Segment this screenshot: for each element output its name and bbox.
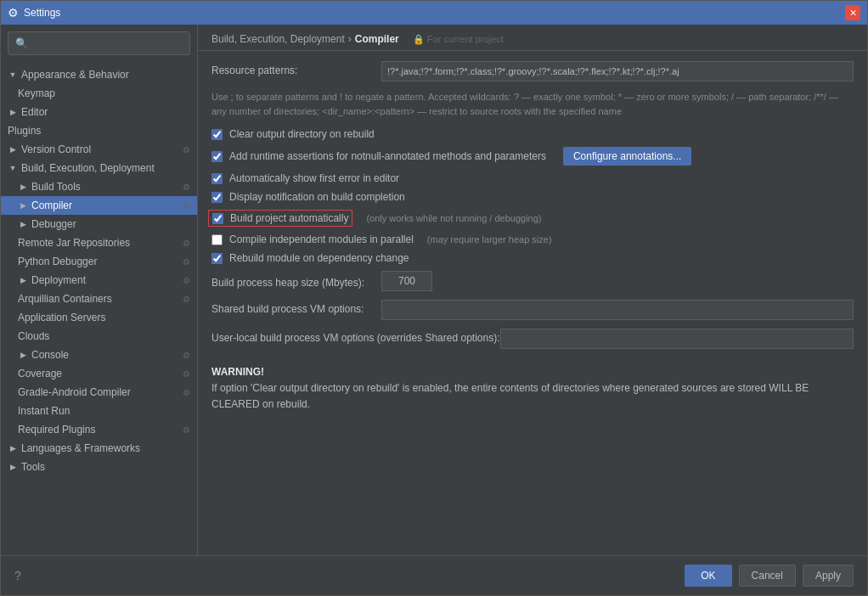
footer: ? OK Cancel Apply xyxy=(1,555,867,595)
expand-arrow: ▶ xyxy=(8,107,18,117)
sidebar-item-clouds[interactable]: Clouds xyxy=(1,327,197,346)
sidebar-item-keymap[interactable]: Keymap xyxy=(1,84,197,103)
sidebar-item-tools[interactable]: ▶ Tools xyxy=(1,458,197,476)
resource-patterns-input[interactable] xyxy=(381,61,854,82)
search-input[interactable] xyxy=(33,37,183,49)
ok-button[interactable]: OK xyxy=(685,565,731,587)
window-icon: ⚙ xyxy=(8,6,19,20)
build-notification-row: Display notification on build completion xyxy=(211,191,854,203)
expand-arrow: ▶ xyxy=(8,144,18,155)
sidebar-item-label: Required Plugins xyxy=(18,424,95,436)
clear-output-checkbox[interactable] xyxy=(211,129,223,140)
expand-arrow: ▶ xyxy=(8,462,18,472)
build-auto-highlight: Build project automatically xyxy=(208,210,352,227)
settings-icon: ⚙ xyxy=(183,276,190,285)
search-box[interactable]: 🔍 xyxy=(8,31,190,55)
sidebar-item-instant-run[interactable]: Instant Run xyxy=(1,402,197,420)
breadcrumb-path: Build, Execution, Deployment xyxy=(211,33,345,45)
sidebar-item-label: Keymap xyxy=(18,87,55,99)
sidebar-item-remote-jar[interactable]: Remote Jar Repositories ⚙ xyxy=(1,233,197,252)
sidebar-item-label: Editor xyxy=(21,106,48,118)
compile-parallel-extra: (may require larger heap size) xyxy=(427,234,552,245)
build-auto-checkbox[interactable] xyxy=(212,213,223,224)
heap-size-input[interactable] xyxy=(381,271,432,291)
user-vm-label: User-local build process VM options (ove… xyxy=(211,329,500,344)
sidebar-item-coverage[interactable]: Coverage ⚙ xyxy=(1,364,197,383)
build-auto-row: Build project automatically (only works … xyxy=(211,210,854,227)
expand-arrow: ▼ xyxy=(8,163,18,173)
sidebar-item-label: Build, Execution, Deployment xyxy=(21,162,155,174)
runtime-assertions-row: Add runtime assertions for notnull-annot… xyxy=(211,147,854,166)
resource-patterns-hint: Use ; to separate patterns and ! to nega… xyxy=(211,90,854,118)
settings-body: Resource patterns: Use ; to separate pat… xyxy=(198,51,867,555)
expand-arrow: ▶ xyxy=(8,443,18,453)
settings-icon: ⚙ xyxy=(183,257,190,267)
sidebar-item-label: Instant Run xyxy=(18,405,70,417)
sidebar-item-app-servers[interactable]: Application Servers xyxy=(1,308,197,327)
sidebar-item-debugger[interactable]: ▶ Debugger xyxy=(1,215,197,233)
sidebar-item-python-debugger[interactable]: Python Debugger ⚙ xyxy=(1,252,197,271)
runtime-assertions-label: Add runtime assertions for notnull-annot… xyxy=(229,150,546,162)
sidebar-item-required-plugins[interactable]: Required Plugins ⚙ xyxy=(1,420,197,439)
settings-icon: ⚙ xyxy=(183,201,190,211)
sidebar-item-plugins[interactable]: Plugins xyxy=(1,121,197,140)
warning-title: WARNING! xyxy=(211,364,854,380)
apply-button[interactable]: Apply xyxy=(803,565,854,587)
sidebar-item-label: Application Servers xyxy=(18,312,105,323)
sidebar-item-console[interactable]: ▶ Console ⚙ xyxy=(1,346,197,364)
runtime-assertions-checkbox[interactable] xyxy=(211,151,223,162)
show-first-error-row: Automatically show first error in editor xyxy=(211,172,854,184)
sidebar-item-label: Build Tools xyxy=(31,181,81,193)
window-title: Settings xyxy=(24,7,845,19)
sidebar-item-label: Tools xyxy=(21,461,45,473)
breadcrumb: Build, Execution, Deployment › Compiler … xyxy=(198,25,867,51)
settings-icon: ⚙ xyxy=(183,145,190,155)
compile-parallel-row: Compile independent modules in parallel … xyxy=(211,233,854,245)
user-vm-input[interactable] xyxy=(500,329,854,349)
build-auto-extra: (only works while not running / debuggin… xyxy=(366,213,541,223)
sidebar-item-label: Arquillian Containers xyxy=(18,293,112,305)
settings-icon: ⚙ xyxy=(183,351,190,360)
sidebar-item-label: Clouds xyxy=(18,330,49,342)
sidebar-item-label: Deployment xyxy=(31,274,86,286)
sidebar-item-label: Python Debugger xyxy=(18,256,97,267)
help-button[interactable]: ? xyxy=(14,569,21,582)
warning-box: WARNING! If option 'Clear output directo… xyxy=(211,357,854,413)
settings-icon: ⚙ xyxy=(183,369,190,379)
settings-icon: ⚙ xyxy=(183,183,190,192)
sidebar-item-build-tools[interactable]: ▶ Build Tools ⚙ xyxy=(1,177,197,196)
sidebar-item-label: Debugger xyxy=(31,218,76,230)
sidebar-item-version-control[interactable]: ▶ Version Control ⚙ xyxy=(1,140,197,159)
sidebar-item-label: Appearance & Behavior xyxy=(21,69,129,81)
warning-text: If option 'Clear output directory on reb… xyxy=(211,380,854,413)
rebuild-dependency-checkbox[interactable] xyxy=(211,253,223,264)
expand-arrow: ▶ xyxy=(18,200,28,211)
cancel-button[interactable]: Cancel xyxy=(739,565,796,587)
sidebar-item-label: Coverage xyxy=(18,368,62,380)
sidebar-item-appearance[interactable]: ▼ Appearance & Behavior xyxy=(1,65,197,84)
compile-parallel-checkbox[interactable] xyxy=(211,234,223,245)
sidebar-item-compiler[interactable]: ▶ Compiler ⚙ xyxy=(1,196,197,215)
sidebar-item-build-exec[interactable]: ▼ Build, Execution, Deployment xyxy=(1,159,197,177)
sidebar-item-arquillian[interactable]: Arquillian Containers ⚙ xyxy=(1,290,197,308)
sidebar-item-deployment[interactable]: ▶ Deployment ⚙ xyxy=(1,271,197,290)
close-button[interactable]: ✕ xyxy=(845,5,860,20)
settings-icon: ⚙ xyxy=(183,388,190,397)
breadcrumb-separator: › xyxy=(348,33,352,45)
shared-vm-input[interactable] xyxy=(381,300,854,320)
settings-window: ⚙ Settings ✕ 🔍 ▼ Appearance & Behavior K… xyxy=(0,0,868,596)
configure-annotations-button[interactable]: Configure annotations... xyxy=(563,147,691,166)
sidebar-item-languages[interactable]: ▶ Languages & Frameworks xyxy=(1,439,197,458)
expand-arrow: ▼ xyxy=(8,70,18,80)
expand-arrow: ▶ xyxy=(18,182,28,192)
build-notification-checkbox[interactable] xyxy=(211,192,223,203)
sidebar: 🔍 ▼ Appearance & Behavior Keymap ▶ Edito… xyxy=(1,25,198,555)
show-first-error-label: Automatically show first error in editor xyxy=(229,172,399,184)
footer-buttons: OK Cancel Apply xyxy=(685,565,854,587)
heap-size-label: Build process heap size (Mbytes): xyxy=(211,273,381,289)
show-first-error-checkbox[interactable] xyxy=(211,173,223,184)
rebuild-dependency-row: Rebuild module on dependency change xyxy=(211,252,854,264)
sidebar-item-gradle-android[interactable]: Gradle-Android Compiler ⚙ xyxy=(1,383,197,402)
titlebar: ⚙ Settings ✕ xyxy=(1,1,867,25)
sidebar-item-editor[interactable]: ▶ Editor xyxy=(1,103,197,121)
